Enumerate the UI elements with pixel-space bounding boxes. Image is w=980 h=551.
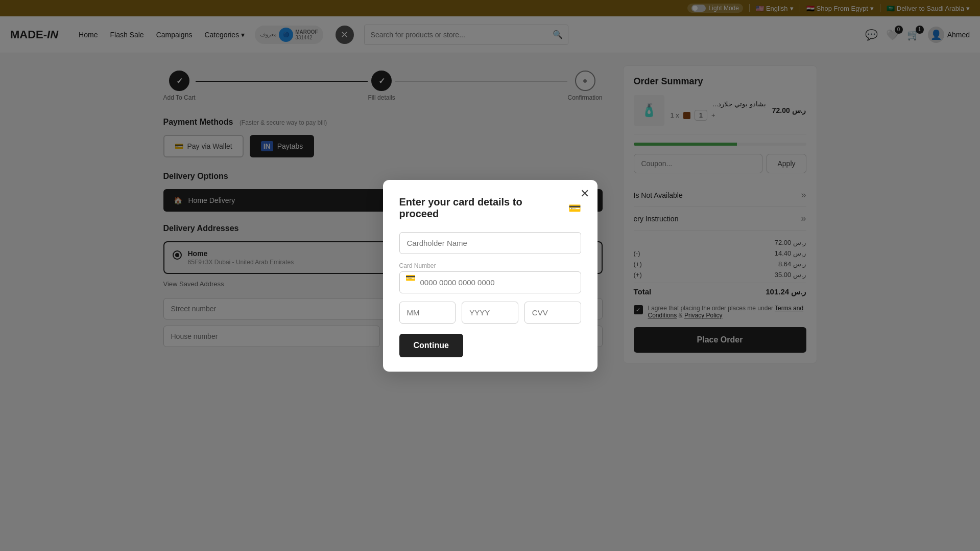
- card-number-wrap: Card Number 💳: [399, 262, 581, 293]
- expiry-cvv-row: [399, 302, 581, 324]
- modal-title-text: Enter your card details to proceed: [399, 196, 564, 220]
- year-input[interactable]: [462, 302, 518, 324]
- modal-overlay: ✕ Enter your card details to proceed 💳 C…: [0, 0, 980, 376]
- modal-title: Enter your card details to proceed 💳: [399, 196, 581, 220]
- cardholder-name-input[interactable]: [399, 232, 581, 254]
- card-icon: 💳: [568, 202, 581, 214]
- card-number-label: Card Number: [399, 262, 581, 269]
- card-number-input[interactable]: [399, 271, 581, 293]
- cvv-input[interactable]: [524, 302, 581, 324]
- modal-close-button[interactable]: ✕: [580, 187, 589, 200]
- card-details-modal: ✕ Enter your card details to proceed 💳 C…: [383, 180, 597, 372]
- month-input[interactable]: [399, 302, 456, 324]
- card-number-icon: 💳: [405, 273, 416, 283]
- continue-button[interactable]: Continue: [399, 334, 463, 357]
